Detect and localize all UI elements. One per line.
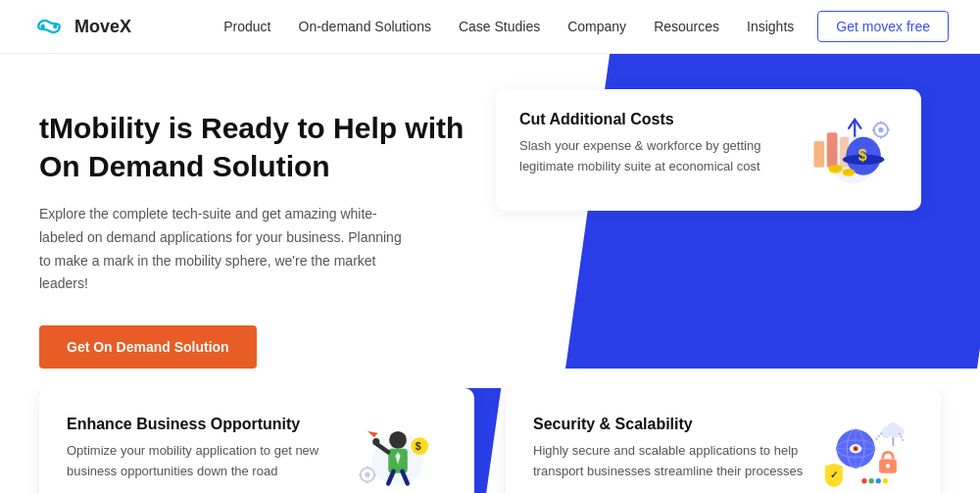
svg-point-11 bbox=[829, 165, 843, 172]
svg-line-57 bbox=[876, 433, 882, 440]
card-cut-costs-title: Cut Additional Costs bbox=[519, 111, 784, 128]
get-on-demand-solution-button[interactable]: Get On Demand Solution bbox=[39, 325, 257, 369]
card-security-text: Security & Scalability Highly secure and… bbox=[533, 416, 804, 482]
hero-title: tMobility is Ready to Help with On Deman… bbox=[39, 109, 474, 185]
svg-text:✓: ✓ bbox=[830, 469, 838, 480]
hero-section: tMobility is Ready to Help with On Deman… bbox=[0, 54, 980, 369]
svg-rect-4 bbox=[827, 132, 838, 168]
card-cut-costs-text: Cut Additional Costs Slash your expense … bbox=[519, 111, 784, 177]
svg-point-54 bbox=[883, 478, 888, 483]
card-enhance-title: Enhance Business Opportunity bbox=[67, 416, 337, 433]
bottom-section: Enhance Business Opportunity Optimize yo… bbox=[0, 388, 980, 493]
cut-costs-illustration: $ bbox=[800, 111, 898, 189]
svg-point-52 bbox=[868, 478, 873, 483]
card-security-title: Security & Scalability bbox=[533, 416, 804, 433]
svg-point-31 bbox=[365, 472, 369, 477]
nav-item-insights[interactable]: Insights bbox=[747, 18, 794, 35]
svg-point-43 bbox=[855, 448, 858, 451]
svg-text:$: $ bbox=[416, 440, 421, 452]
logo-text: MoveX bbox=[74, 17, 131, 37]
svg-point-21 bbox=[389, 431, 407, 449]
card-security-scalability: Security & Scalability Highly secure and… bbox=[506, 388, 941, 493]
hero-right: Cut Additional Costs Slash your expense … bbox=[506, 101, 941, 369]
svg-point-46 bbox=[886, 465, 890, 468]
logo-icon bbox=[31, 17, 67, 36]
svg-point-53 bbox=[876, 478, 881, 483]
logo-area: MoveX bbox=[31, 17, 131, 37]
svg-text:$: $ bbox=[858, 147, 867, 164]
svg-point-0 bbox=[40, 25, 45, 29]
svg-point-50 bbox=[896, 428, 905, 437]
nav-links: Product On-demand Solutions Case Studies… bbox=[223, 18, 794, 35]
nav-item-product[interactable]: Product bbox=[223, 18, 270, 35]
card-cut-costs: Cut Additional Costs Slash your expense … bbox=[496, 89, 921, 211]
nav-item-ondemand[interactable]: On-demand Solutions bbox=[299, 18, 431, 35]
security-illustration: ✓ bbox=[815, 416, 913, 493]
get-movex-free-button[interactable]: Get movex free bbox=[817, 11, 949, 42]
svg-rect-3 bbox=[813, 141, 824, 168]
card-enhance-business: Enhance Business Opportunity Optimize yo… bbox=[39, 388, 474, 493]
nav-item-company[interactable]: Company bbox=[567, 18, 626, 35]
nav-item-resources[interactable]: Resources bbox=[654, 18, 719, 35]
card-security-desc: Highly secure and scalable applications … bbox=[533, 441, 804, 482]
nav-item-casestudies[interactable]: Case Studies bbox=[459, 18, 540, 35]
card-enhance-desc: Optimize your mobility application to ge… bbox=[67, 441, 337, 482]
enhance-business-illustration: $ bbox=[349, 416, 447, 493]
svg-point-15 bbox=[878, 127, 883, 132]
hero-left: tMobility is Ready to Help with On Deman… bbox=[39, 101, 474, 369]
svg-point-1 bbox=[53, 25, 58, 29]
svg-point-51 bbox=[861, 478, 866, 483]
svg-point-13 bbox=[843, 169, 855, 174]
svg-point-25 bbox=[372, 438, 379, 445]
card-enhance-text: Enhance Business Opportunity Optimize yo… bbox=[67, 416, 337, 482]
card-cut-costs-desc: Slash your expense & workforce by gettin… bbox=[519, 136, 784, 177]
navbar: MoveX Product On-demand Solutions Case S… bbox=[0, 0, 980, 54]
hero-description: Explore the complete tech-suite and get … bbox=[39, 203, 412, 296]
